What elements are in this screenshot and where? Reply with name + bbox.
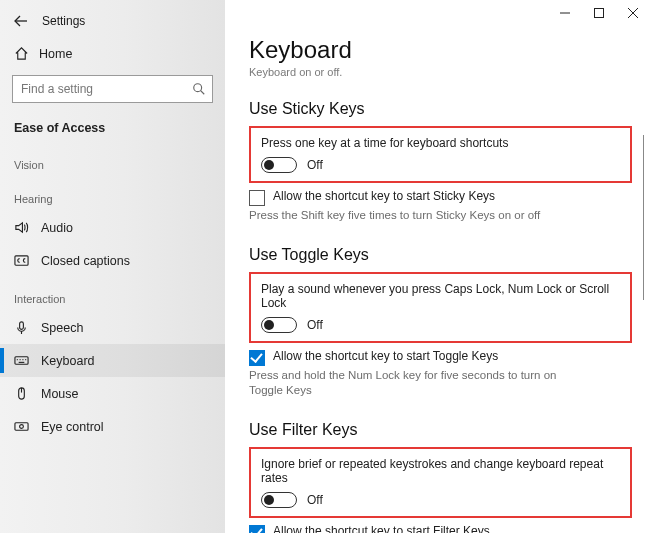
nav-keyboard[interactable]: Keyboard (0, 344, 225, 377)
nav-closed-captions[interactable]: Closed captions (0, 244, 225, 277)
sticky-keys-shortcut-label: Allow the shortcut key to start Sticky K… (273, 189, 495, 203)
svg-point-18 (20, 425, 24, 429)
search-icon (192, 82, 206, 96)
category-interaction: Interaction (0, 277, 225, 311)
nav-speech-label: Speech (41, 321, 83, 335)
sticky-keys-desc: Press one key at a time for keyboard sho… (261, 136, 620, 150)
svg-point-5 (194, 84, 202, 92)
filter-keys-heading: Use Filter Keys (249, 421, 632, 439)
filter-keys-toggle[interactable] (261, 492, 297, 508)
nav-audio[interactable]: Audio (0, 211, 225, 244)
svg-rect-9 (15, 357, 28, 365)
sidebar-section-title: Ease of Access (0, 117, 225, 143)
sticky-keys-highlight: Press one key at a time for keyboard sho… (249, 126, 632, 183)
scrollbar[interactable] (643, 135, 644, 300)
category-vision: Vision (0, 143, 225, 177)
filter-keys-state: Off (307, 493, 323, 507)
back-button[interactable] (12, 12, 30, 30)
nav-keyboard-label: Keyboard (41, 354, 95, 368)
nav-mouse-label: Mouse (41, 387, 79, 401)
eye-icon (14, 419, 29, 434)
cc-icon (14, 253, 29, 268)
toggle-keys-shortcut-label: Allow the shortcut key to start Toggle K… (273, 349, 498, 363)
filter-keys-highlight: Ignore brief or repeated keystrokes and … (249, 447, 632, 518)
toggle-keys-state: Off (307, 318, 323, 332)
nav-eye-control[interactable]: Eye control (0, 410, 225, 443)
nav-home-label: Home (39, 47, 72, 61)
page-title: Keyboard (249, 36, 632, 64)
speech-icon (14, 320, 29, 335)
keyboard-icon (14, 353, 29, 368)
sticky-keys-heading: Use Sticky Keys (249, 100, 632, 118)
mouse-icon (14, 386, 29, 401)
svg-rect-7 (15, 256, 28, 265)
filter-keys-desc: Ignore brief or repeated keystrokes and … (261, 457, 620, 485)
nav-audio-label: Audio (41, 221, 73, 235)
page-subtitle: Keyboard on or off. (249, 66, 632, 78)
toggle-keys-desc: Play a sound whenever you press Caps Loc… (261, 282, 620, 310)
window-title: Settings (42, 14, 85, 28)
filter-keys-shortcut-label: Allow the shortcut key to start Filter K… (273, 524, 490, 533)
category-hearing: Hearing (0, 177, 225, 211)
nav-mouse[interactable]: Mouse (0, 377, 225, 410)
sticky-keys-state: Off (307, 158, 323, 172)
search-input[interactable] (12, 75, 213, 103)
toggle-keys-toggle[interactable] (261, 317, 297, 333)
settings-window: Settings Home Ease of Access Vision Hear… (0, 0, 650, 533)
toggle-keys-shortcut-checkbox[interactable] (249, 350, 265, 366)
sticky-keys-shortcut-checkbox[interactable] (249, 190, 265, 206)
sticky-keys-hint: Press the Shift key five times to turn S… (249, 208, 632, 224)
toggle-keys-heading: Use Toggle Keys (249, 246, 632, 264)
sticky-keys-toggle[interactable] (261, 157, 297, 173)
svg-line-6 (201, 91, 205, 95)
toggle-keys-hint: Press and hold the Num Lock key for five… (249, 368, 579, 399)
toggle-keys-highlight: Play a sound whenever you press Caps Loc… (249, 272, 632, 343)
nav-eye-label: Eye control (41, 420, 104, 434)
svg-rect-17 (15, 423, 28, 431)
nav-cc-label: Closed captions (41, 254, 130, 268)
sidebar: Settings Home Ease of Access Vision Hear… (0, 0, 225, 533)
search-wrap (12, 75, 213, 103)
content-pane: Keyboard Keyboard on or off. Use Sticky … (225, 0, 650, 533)
svg-rect-8 (20, 322, 24, 330)
nav-speech[interactable]: Speech (0, 311, 225, 344)
nav-home[interactable]: Home (0, 40, 225, 67)
filter-keys-shortcut-checkbox[interactable] (249, 525, 265, 533)
audio-icon (14, 220, 29, 235)
home-icon (14, 46, 29, 61)
